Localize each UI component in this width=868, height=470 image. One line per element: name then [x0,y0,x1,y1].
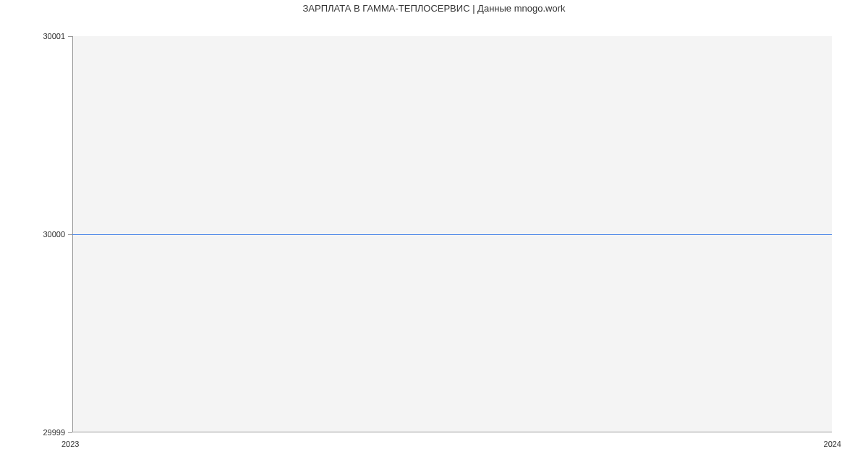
chart-title: ЗАРПЛАТА В ГАММА-ТЕПЛОСЕРВИС | Данные mn… [0,3,868,14]
y-tick-label-mid: 30000 [7,230,65,239]
y-tick-label-top: 30001 [7,32,65,40]
y-tick-label-bottom: 29999 [7,428,65,437]
x-tick-label-right: 2024 [824,440,841,448]
y-tick-mark [68,432,72,433]
x-tick-label-left: 2023 [61,440,79,448]
data-line [72,234,832,235]
chart-container: ЗАРПЛАТА В ГАММА-ТЕПЛОСЕРВИС | Данные mn… [0,0,868,470]
